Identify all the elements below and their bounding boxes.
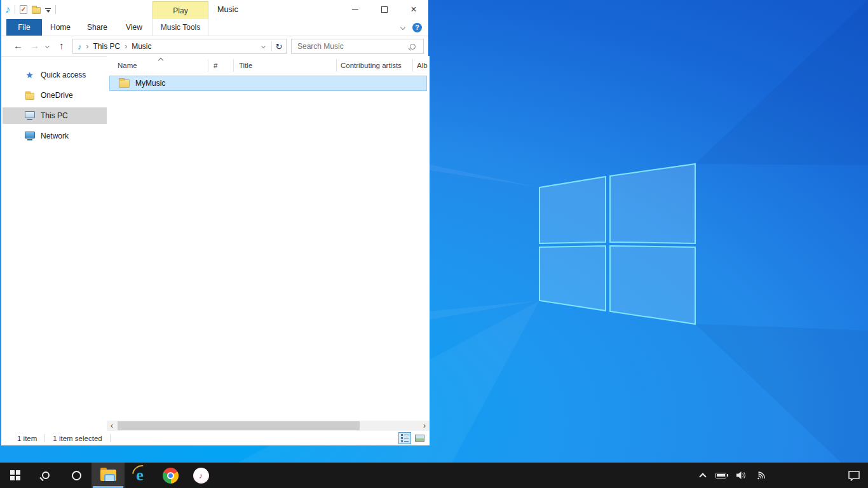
window-title: Music	[217, 5, 238, 14]
cortana-button[interactable]	[61, 463, 92, 488]
back-button[interactable]: ←	[13, 40, 23, 51]
folder-icon	[119, 79, 130, 88]
network-monitor-icon	[25, 132, 35, 139]
start-button[interactable]	[0, 463, 31, 488]
search-icon	[410, 44, 416, 50]
column-header-album[interactable]: Alb	[417, 62, 428, 69]
internet-explorer-icon: e	[136, 467, 144, 484]
breadcrumb-music[interactable]: Music	[132, 42, 151, 51]
address-dropdown-icon[interactable]	[261, 43, 266, 48]
sidebar-item-onedrive[interactable]: OneDrive	[3, 87, 107, 104]
breadcrumb-chevron-icon: ›	[82, 42, 93, 51]
column-divider[interactable]	[336, 59, 337, 72]
ribbon-tabs: File Home Share View Music Tools ?	[1, 19, 428, 36]
wifi-icon[interactable]	[756, 471, 767, 480]
details-view-button[interactable]	[398, 432, 411, 444]
column-header-title[interactable]: Title	[239, 62, 252, 69]
sidebar-item-label: Network	[41, 132, 69, 140]
quick-access-toolbar: ♪ ✓	[5, 0, 56, 19]
explorer-window: ♪ ✓ Play Music × File Home Share View Mu…	[0, 0, 428, 445]
desktop: ♪ ✓ Play Music × File Home Share View Mu…	[0, 0, 868, 488]
volume-icon[interactable]	[736, 470, 747, 480]
minimize-button[interactable]	[341, 0, 370, 18]
minimize-icon	[352, 9, 358, 10]
file-list: Name # Title Contributing artists Alb My…	[107, 56, 430, 421]
file-row-mymusic[interactable]: MyMusic	[109, 76, 427, 91]
close-icon: ×	[410, 4, 416, 15]
forward-button[interactable]: →	[30, 40, 39, 51]
sidebar-item-label: OneDrive	[41, 91, 73, 100]
column-header-name[interactable]: Name	[118, 62, 137, 69]
help-icon[interactable]: ?	[412, 23, 422, 32]
app-music-icon: ♪	[5, 4, 10, 15]
column-headers: Name # Title Contributing artists Alb	[107, 56, 430, 74]
action-center-icon[interactable]	[848, 470, 860, 481]
thumbnails-view-button[interactable]	[413, 432, 426, 444]
tab-home[interactable]: Home	[42, 19, 79, 36]
status-bar: 1 item 1 item selected	[3, 431, 430, 445]
column-divider[interactable]	[412, 59, 413, 72]
close-button[interactable]: ×	[399, 0, 428, 18]
address-bar[interactable]: ♪ › This PC › Music ↻	[72, 39, 287, 54]
search-input[interactable]	[292, 42, 410, 51]
taskbar-internet-explorer-button[interactable]: e	[125, 463, 155, 488]
scroll-right-icon[interactable]: ›	[419, 421, 430, 431]
navigation-pane: ★ Quick access OneDrive This PC Network	[3, 57, 107, 431]
scroll-left-icon[interactable]: ‹	[107, 421, 117, 431]
taskbar-search-button[interactable]	[31, 463, 61, 488]
battery-icon[interactable]	[715, 473, 726, 478]
ribbon-group-play[interactable]: Play	[153, 1, 208, 19]
divider	[15, 5, 15, 14]
column-divider[interactable]	[233, 59, 234, 72]
column-header-contributing-artists[interactable]: Contributing artists	[341, 62, 402, 69]
this-pc-monitor-icon	[25, 111, 35, 118]
view-toggles	[398, 432, 426, 444]
breadcrumb-this-pc[interactable]: This PC	[93, 42, 121, 51]
tab-music-tools[interactable]: Music Tools	[153, 19, 208, 36]
maximize-button[interactable]	[370, 0, 399, 18]
itunes-icon: ♪	[193, 468, 209, 484]
windows-logo-icon	[10, 470, 20, 480]
quick-access-star-icon: ★	[25, 71, 34, 79]
sidebar-item-this-pc[interactable]: This PC	[3, 107, 107, 124]
chrome-icon	[163, 468, 179, 484]
divider	[55, 5, 56, 14]
file-name: MyMusic	[135, 79, 165, 88]
divider	[44, 434, 45, 442]
cortana-circle-icon	[72, 471, 81, 480]
taskbar-chrome-button[interactable]	[155, 463, 186, 488]
sidebar-item-network[interactable]: Network	[3, 128, 107, 144]
tab-view[interactable]: View	[116, 19, 153, 36]
tab-share[interactable]: Share	[79, 19, 116, 36]
properties-button[interactable]: ✓	[20, 5, 27, 14]
divider	[110, 434, 111, 442]
horizontal-scrollbar[interactable]: ‹ ›	[107, 421, 430, 431]
titlebar: ♪ ✓ Play Music ×	[1, 0, 428, 19]
expand-ribbon-icon[interactable]	[400, 25, 405, 30]
taskbar-file-explorer-button[interactable]	[92, 463, 125, 488]
address-bar-row: ← → ↑ ♪ › This PC › Music ↻	[1, 36, 428, 57]
selection-count: 1 item selected	[53, 435, 102, 442]
new-folder-button[interactable]	[32, 7, 41, 14]
maximize-icon	[381, 6, 388, 13]
check-icon: ✓	[21, 6, 26, 13]
scrollbar-track[interactable]	[117, 421, 419, 431]
sidebar-item-quick-access[interactable]: ★ Quick access	[3, 67, 107, 83]
breadcrumb-chevron-icon: ›	[120, 42, 132, 51]
tab-file[interactable]: File	[6, 19, 42, 36]
details-view-icon	[401, 434, 409, 442]
sidebar-item-label: This PC	[41, 111, 68, 120]
customize-qat-button[interactable]	[45, 7, 51, 13]
refresh-icon[interactable]: ↻	[272, 42, 286, 51]
thumbnails-view-icon	[415, 435, 424, 442]
taskbar-itunes-button[interactable]: ♪	[186, 463, 216, 488]
search-box	[291, 39, 424, 54]
scrollbar-thumb[interactable]	[118, 421, 360, 430]
onedrive-folder-icon	[25, 93, 34, 100]
recent-locations-icon[interactable]	[45, 44, 50, 48]
up-button[interactable]: ↑	[59, 40, 64, 51]
column-divider[interactable]	[208, 59, 208, 72]
column-header-number[interactable]: #	[214, 62, 217, 69]
show-hidden-icons-button[interactable]	[699, 473, 706, 480]
sidebar-item-label: Quick access	[41, 71, 86, 79]
